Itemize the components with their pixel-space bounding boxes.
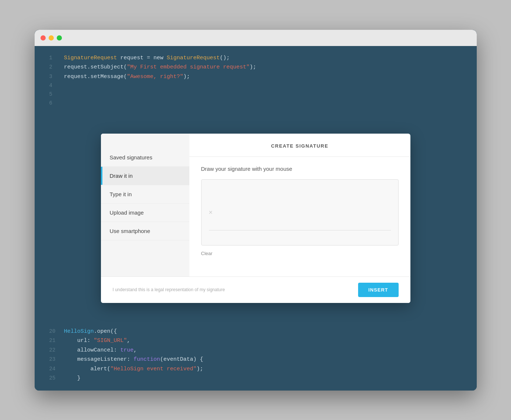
- maximize-button[interactable]: [57, 35, 62, 40]
- sidebar-item-type[interactable]: Type it in: [101, 185, 189, 204]
- sidebar-item-upload[interactable]: Upload image: [101, 204, 189, 222]
- close-button[interactable]: [41, 35, 46, 40]
- modal-overlay: Saved signatures Draw it in Type it in U…: [35, 46, 477, 391]
- sidebar-item-draw[interactable]: Draw it in: [101, 167, 189, 185]
- modal-content-area: Draw your signature with your mouse × Cl…: [189, 157, 410, 276]
- modal-header: CREATE SIGNATURE: [189, 134, 410, 157]
- traffic-lights: [41, 35, 62, 40]
- canvas-baseline: [209, 230, 391, 230]
- modal-main: CREATE SIGNATURE Draw your signature wit…: [189, 134, 410, 276]
- modal-footer: I understand this is a legal representat…: [101, 276, 410, 303]
- modal-description: Draw your signature with your mouse: [201, 166, 399, 172]
- modal-sidebar: Saved signatures Draw it in Type it in U…: [101, 134, 189, 276]
- browser-content: 1 SignatureRequest request = new Signatu…: [35, 46, 477, 391]
- modal-body: Saved signatures Draw it in Type it in U…: [101, 134, 410, 276]
- signature-canvas[interactable]: ×: [201, 179, 399, 246]
- minimize-button[interactable]: [49, 35, 54, 40]
- modal-title: CREATE SIGNATURE: [271, 143, 329, 149]
- sidebar-item-saved-signatures[interactable]: Saved signatures: [101, 148, 189, 167]
- sidebar-item-smartphone[interactable]: Use smartphone: [101, 222, 189, 240]
- create-signature-modal: Saved signatures Draw it in Type it in U…: [101, 134, 410, 303]
- browser-titlebar: [35, 30, 477, 46]
- browser-window: 1 SignatureRequest request = new Signatu…: [35, 30, 477, 391]
- insert-button[interactable]: INSERT: [358, 283, 399, 297]
- legal-text: I understand this is a legal representat…: [113, 287, 225, 292]
- clear-button[interactable]: Clear: [201, 249, 213, 258]
- canvas-x-mark: ×: [209, 208, 213, 216]
